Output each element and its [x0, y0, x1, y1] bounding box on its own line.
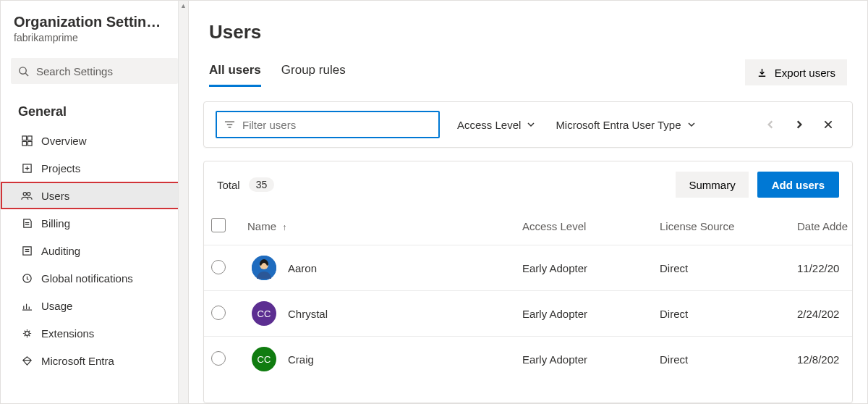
filter-entra-label: Microsoft Entra User Type — [556, 119, 681, 131]
svg-point-21 — [25, 331, 29, 335]
user-date-added: 2/24/202 — [790, 291, 853, 337]
user-date-added: 12/8/202 — [790, 337, 853, 382]
auditing-icon — [21, 245, 33, 256]
total-count-badge: 35 — [249, 177, 275, 192]
extensions-icon — [21, 327, 33, 339]
filter-access-level-label: Access Level — [457, 119, 521, 131]
filter-clear-button[interactable] — [816, 112, 841, 137]
sidebar-scrollbar[interactable]: ▲ — [178, 1, 188, 403]
svg-rect-2 — [22, 135, 26, 140]
sidebar-item-label: Microsoft Entra — [41, 355, 114, 367]
user-license-source: Direct — [652, 245, 790, 291]
filter-access-level[interactable]: Access Level — [454, 114, 538, 135]
column-access-header[interactable]: Access Level — [515, 208, 652, 245]
svg-point-9 — [23, 192, 26, 195]
search-settings-input[interactable]: Search Settings — [11, 58, 178, 84]
user-date-added: 11/22/20 — [790, 245, 853, 291]
user-name: Chrystal — [288, 308, 328, 320]
sidebar-item-label: Projects — [41, 162, 80, 174]
filter-users-input[interactable] — [216, 111, 440, 138]
sidebar-nav: Overview Projects Users Billing Auditing… — [1, 127, 188, 374]
chevron-down-icon — [687, 120, 696, 129]
user-name: Craig — [288, 353, 314, 366]
table-row[interactable]: CCCraigEarly AdopterDirect12/8/202 — [204, 337, 853, 382]
sidebar-item-global-notifications[interactable]: Global notifications — [1, 264, 188, 292]
row-checkbox[interactable] — [211, 260, 226, 274]
overview-icon — [21, 135, 33, 146]
sidebar-item-label: Users — [41, 190, 69, 202]
export-users-button[interactable]: Export users — [745, 59, 847, 85]
sidebar-item-microsoft-entra[interactable]: Microsoft Entra — [1, 347, 188, 374]
sidebar-item-usage[interactable]: Usage — [1, 292, 188, 319]
svg-line-1 — [25, 73, 28, 76]
user-name: Aaron — [288, 262, 317, 274]
filter-users-field[interactable] — [242, 119, 431, 131]
download-icon — [757, 67, 767, 78]
users-icon — [21, 190, 33, 201]
usage-icon — [21, 300, 33, 311]
notifications-icon — [21, 272, 33, 284]
sidebar-item-label: Usage — [41, 300, 72, 312]
sidebar-item-label: Overview — [41, 135, 87, 147]
filter-icon — [224, 120, 235, 129]
filter-entra-user-type[interactable]: Microsoft Entra User Type — [553, 114, 698, 135]
add-users-button[interactable]: Add users — [757, 172, 839, 198]
sidebar-item-label: Global notifications — [41, 272, 133, 285]
export-label: Export users — [775, 67, 835, 79]
sidebar-item-extensions[interactable]: Extensions — [1, 319, 188, 347]
total-label: Total — [217, 179, 240, 191]
svg-point-10 — [27, 192, 30, 195]
sidebar-item-label: Billing — [41, 217, 70, 230]
close-icon — [823, 119, 833, 130]
chevron-left-icon — [765, 119, 775, 130]
sidebar-item-billing[interactable]: Billing — [1, 209, 188, 237]
svg-point-0 — [20, 67, 26, 73]
main-content: Users All users Group rules Export users… — [189, 1, 867, 403]
user-license-source: Direct — [652, 337, 790, 382]
search-icon — [18, 66, 29, 77]
svg-rect-3 — [27, 135, 32, 140]
sidebar-item-users[interactable]: Users — [1, 182, 188, 209]
sidebar-subtitle: fabrikamprime — [14, 32, 175, 43]
svg-rect-4 — [22, 141, 26, 146]
row-checkbox[interactable] — [211, 351, 226, 366]
tabs: All users Group rules — [209, 63, 346, 87]
sidebar-item-label: Extensions — [41, 327, 94, 340]
user-license-source: Direct — [652, 291, 790, 337]
scrollbar-up-icon[interactable]: ▲ — [179, 1, 188, 11]
column-name-header[interactable]: Name — [247, 220, 276, 232]
sidebar-title: Organization Settin… — [14, 14, 175, 30]
search-placeholder: Search Settings — [36, 65, 113, 77]
select-all-checkbox[interactable] — [211, 218, 226, 232]
sidebar: ▲ Organization Settin… fabrikamprime Sea… — [1, 1, 189, 403]
tab-group-rules[interactable]: Group rules — [281, 63, 346, 87]
users-table-card: Total 35 Summary Add users Name ↑ Access… — [203, 161, 853, 403]
user-access-level: Early Adopter — [515, 337, 652, 382]
chevron-down-icon — [527, 120, 535, 129]
filter-prev-button[interactable] — [758, 112, 783, 137]
projects-icon — [21, 162, 33, 174]
sidebar-section-general: General — [1, 91, 188, 127]
svg-rect-5 — [27, 141, 32, 146]
table-row[interactable]: AaronEarly AdopterDirect11/22/20 — [204, 245, 853, 291]
user-access-level: Early Adopter — [515, 245, 652, 291]
tab-all-users[interactable]: All users — [209, 63, 261, 87]
filter-next-button[interactable] — [787, 112, 812, 137]
summary-button[interactable]: Summary — [676, 172, 748, 198]
column-license-header[interactable]: License Source — [652, 208, 790, 245]
avatar: CC — [252, 347, 276, 371]
users-table: Name ↑ Access Level License Source Date … — [204, 208, 853, 382]
sidebar-item-label: Auditing — [41, 245, 80, 257]
table-row[interactable]: CCChrystalEarly AdopterDirect2/24/202 — [204, 291, 853, 337]
column-date-header[interactable]: Date Adde — [790, 208, 853, 245]
chevron-right-icon — [794, 119, 804, 130]
sidebar-item-auditing[interactable]: Auditing — [1, 237, 188, 264]
billing-icon — [21, 217, 33, 229]
sidebar-item-projects[interactable]: Projects — [1, 154, 188, 182]
entra-icon — [21, 355, 33, 366]
sort-ascending-icon: ↑ — [282, 222, 286, 232]
row-checkbox[interactable] — [211, 306, 226, 320]
page-title: Users — [209, 21, 847, 43]
sidebar-item-overview[interactable]: Overview — [1, 127, 188, 154]
avatar: CC — [252, 301, 276, 326]
